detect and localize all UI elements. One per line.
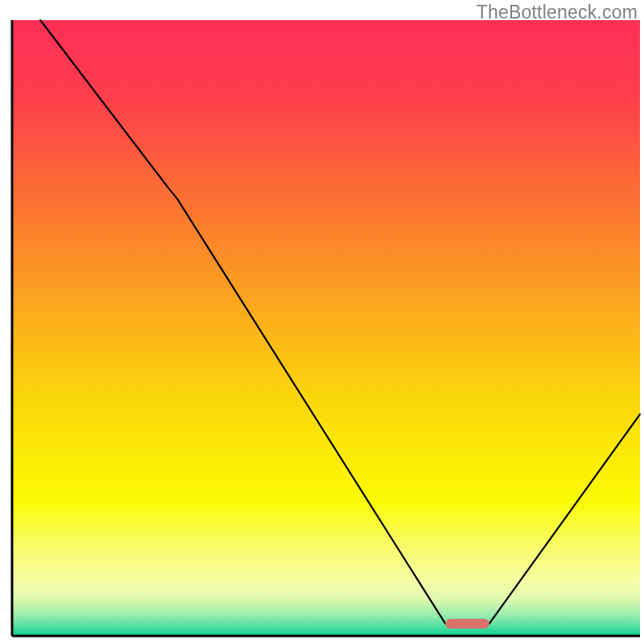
chart-stage: { "watermark": "TheBottleneck.com", "cha… [0,0,644,644]
plot-area [12,20,640,636]
gradient-fill [12,20,640,636]
bottleneck-chart [0,0,644,644]
watermark-text: TheBottleneck.com [477,2,638,23]
bottleneck-highlight [445,619,489,629]
